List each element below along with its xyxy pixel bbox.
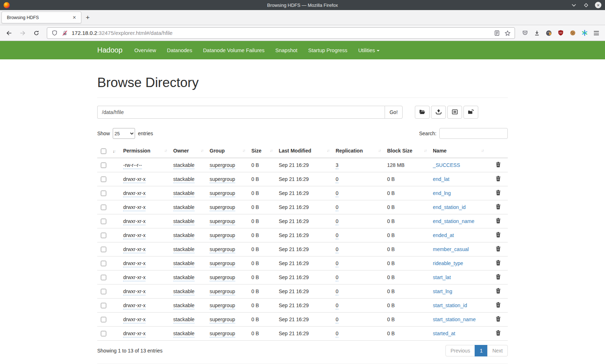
owner-cell[interactable]: stackable	[173, 260, 194, 267]
row-checkbox[interactable]	[101, 191, 106, 196]
forward-button[interactable]	[17, 28, 28, 38]
row-checkbox[interactable]	[101, 317, 106, 322]
delete-trash-icon[interactable]	[496, 317, 501, 323]
window-close-button[interactable]: ×	[595, 2, 601, 8]
permission-cell[interactable]: drwxr-xr-x	[123, 176, 145, 183]
column-header-group[interactable]: Group↓↑	[210, 145, 251, 158]
permission-cell[interactable]: drwxr-xr-x	[123, 288, 145, 295]
replication-cell[interactable]: 0	[336, 331, 339, 337]
delete-trash-icon[interactable]	[496, 191, 501, 196]
pagination-page-1[interactable]: 1	[475, 345, 488, 356]
file-name-link[interactable]: end_lat	[433, 176, 449, 182]
owner-cell[interactable]: stackable	[173, 288, 194, 295]
row-checkbox[interactable]	[101, 331, 106, 336]
downloads-icon[interactable]	[533, 29, 541, 37]
group-cell[interactable]: supergroup	[210, 162, 235, 169]
window-minimize-button[interactable]	[570, 2, 577, 8]
tab-close-icon[interactable]: ×	[71, 14, 77, 21]
row-checkbox[interactable]	[101, 247, 106, 252]
file-name-link[interactable]: start_lat	[433, 274, 451, 280]
group-cell[interactable]: supergroup	[210, 274, 235, 281]
replication-cell[interactable]: 0	[336, 317, 339, 323]
file-name-link[interactable]: start_lng	[433, 288, 452, 294]
group-cell[interactable]: supergroup	[210, 288, 235, 295]
owner-cell[interactable]: stackable	[173, 302, 194, 309]
cut-selections-button[interactable]	[447, 106, 462, 119]
delete-trash-icon[interactable]	[496, 289, 501, 295]
file-name-link[interactable]: end_station_name	[433, 218, 474, 224]
file-name-link[interactable]: member_casual	[433, 246, 469, 252]
row-checkbox[interactable]	[101, 303, 106, 308]
bookmark-star-icon[interactable]	[504, 29, 511, 37]
replication-cell[interactable]: 0	[336, 288, 339, 295]
owner-cell[interactable]: stackable	[173, 274, 194, 281]
tracking-protection-shield-icon[interactable]	[51, 29, 58, 37]
new-tab-button[interactable]: +	[81, 13, 94, 22]
pocket-icon[interactable]	[521, 29, 529, 37]
permission-cell[interactable]: drwxr-xr-x	[123, 317, 145, 323]
owner-cell[interactable]: stackable	[173, 232, 194, 239]
replication-cell[interactable]: 0	[336, 190, 339, 197]
row-checkbox[interactable]	[101, 289, 106, 294]
replication-cell[interactable]: 0	[336, 218, 339, 225]
replication-cell[interactable]: 0	[336, 204, 339, 211]
group-cell[interactable]: supergroup	[210, 232, 235, 239]
row-checkbox[interactable]	[101, 205, 106, 210]
delete-trash-icon[interactable]	[496, 219, 501, 224]
delete-trash-icon[interactable]	[496, 303, 501, 309]
file-name-link[interactable]: start_station_id	[433, 302, 467, 308]
group-cell[interactable]: supergroup	[210, 204, 235, 211]
create-directory-button[interactable]	[415, 106, 430, 119]
group-cell[interactable]: supergroup	[210, 190, 235, 197]
column-header-size[interactable]: Size↓↑	[251, 145, 279, 158]
insecure-lock-icon[interactable]	[61, 29, 68, 37]
search-input[interactable]	[439, 128, 508, 139]
file-name-link[interactable]: ended_at	[433, 232, 454, 238]
cookie-extension-icon[interactable]	[569, 29, 576, 37]
reload-button[interactable]	[31, 28, 42, 38]
permission-cell[interactable]: drwxr-xr-x	[123, 331, 145, 337]
file-name-link[interactable]: end_lng	[433, 190, 451, 196]
hadoop-brand[interactable]: Hadoop	[97, 46, 122, 54]
page-size-select[interactable]: 25	[113, 128, 135, 139]
select-all-checkbox[interactable]	[101, 149, 106, 154]
owner-cell[interactable]: stackable	[173, 190, 194, 197]
menu-hamburger-icon[interactable]	[593, 29, 600, 37]
group-cell[interactable]: supergroup	[210, 176, 235, 183]
column-header-block-size[interactable]: Block Size↓↑	[387, 145, 433, 158]
owner-cell[interactable]: stackable	[173, 246, 194, 253]
group-cell[interactable]: supergroup	[210, 317, 235, 323]
delete-trash-icon[interactable]	[496, 275, 501, 281]
pagination-previous[interactable]: Previous	[445, 345, 475, 356]
replication-cell[interactable]: 0	[336, 274, 339, 281]
row-checkbox[interactable]	[101, 275, 106, 280]
file-name-link[interactable]: start_station_name	[433, 317, 476, 322]
row-checkbox[interactable]	[101, 177, 106, 182]
nav-overview[interactable]: Overview	[129, 47, 161, 53]
nav-utilities-dropdown[interactable]: Utilities	[353, 47, 385, 53]
replication-cell[interactable]: 0	[336, 232, 339, 239]
replication-cell[interactable]: 3	[336, 162, 339, 169]
replication-cell[interactable]: 0	[336, 246, 339, 253]
nav-startup-progress[interactable]: Startup Progress	[303, 47, 353, 53]
ublock-origin-icon[interactable]: UO	[557, 29, 564, 37]
group-cell[interactable]: supergroup	[210, 331, 235, 337]
sort-icon-active[interactable]: ↓↑	[113, 149, 115, 153]
owner-cell[interactable]: stackable	[173, 204, 194, 211]
group-cell[interactable]: supergroup	[210, 246, 235, 253]
owner-cell[interactable]: stackable	[173, 176, 194, 183]
delete-trash-icon[interactable]	[496, 205, 501, 210]
row-checkbox[interactable]	[101, 233, 106, 238]
column-header-name[interactable]: Name↓↑	[433, 145, 490, 158]
permission-cell[interactable]: -rw-r--r--	[123, 162, 142, 169]
column-header-replication[interactable]: Replication↓↑	[336, 145, 387, 158]
nav-datanode-volume-failures[interactable]: Datanode Volume Failures	[198, 47, 270, 53]
browser-tab[interactable]: Browsing HDFS ×	[1, 12, 81, 23]
column-header-owner[interactable]: Owner↓↑	[173, 145, 210, 158]
delete-trash-icon[interactable]	[496, 233, 501, 238]
delete-trash-icon[interactable]	[496, 163, 501, 168]
back-button[interactable]	[4, 28, 14, 38]
permission-cell[interactable]: drwxr-xr-x	[123, 302, 145, 309]
group-cell[interactable]: supergroup	[210, 302, 235, 309]
permission-cell[interactable]: drwxr-xr-x	[123, 204, 145, 211]
